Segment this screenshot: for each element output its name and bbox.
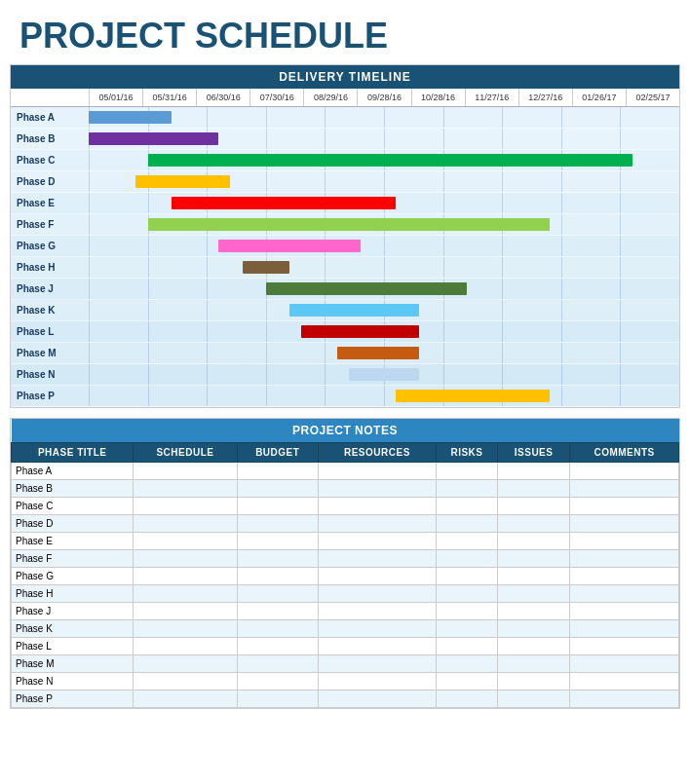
data-cell[interactable] xyxy=(318,638,436,655)
data-cell[interactable] xyxy=(134,568,237,585)
data-cell[interactable] xyxy=(436,585,497,603)
date-label: 01/26/17 xyxy=(572,89,626,106)
phase-title-cell: Phase G xyxy=(12,568,134,585)
data-cell[interactable] xyxy=(436,480,497,498)
data-cell[interactable] xyxy=(498,673,570,691)
data-cell[interactable] xyxy=(134,533,237,550)
col-header: PHASE TITLE xyxy=(12,443,134,463)
data-cell[interactable] xyxy=(570,480,679,498)
data-cell[interactable] xyxy=(237,638,318,655)
data-cell[interactable] xyxy=(570,498,679,515)
data-cell[interactable] xyxy=(498,568,570,585)
data-cell[interactable] xyxy=(318,585,436,603)
data-cell[interactable] xyxy=(570,638,679,655)
data-cell[interactable] xyxy=(237,480,318,498)
col-header: BUDGET xyxy=(237,443,318,463)
data-cell[interactable] xyxy=(436,655,497,673)
data-cell[interactable] xyxy=(318,568,436,585)
data-cell[interactable] xyxy=(570,463,679,480)
data-cell[interactable] xyxy=(436,533,497,550)
data-cell[interactable] xyxy=(436,603,497,620)
data-cell[interactable] xyxy=(570,550,679,568)
data-cell[interactable] xyxy=(134,550,237,568)
phase-label: Phase H xyxy=(11,262,89,273)
data-cell[interactable] xyxy=(436,498,497,515)
data-cell[interactable] xyxy=(237,603,318,620)
col-header: RESOURCES xyxy=(318,443,436,463)
data-cell[interactable] xyxy=(237,533,318,550)
data-cell[interactable] xyxy=(436,568,497,585)
grid-line xyxy=(207,343,208,363)
data-cell[interactable] xyxy=(570,603,679,620)
gantt-track xyxy=(89,343,679,363)
data-cell[interactable] xyxy=(237,585,318,603)
data-cell[interactable] xyxy=(237,691,318,708)
data-cell[interactable] xyxy=(436,463,497,480)
data-cell[interactable] xyxy=(498,603,570,620)
data-cell[interactable] xyxy=(134,691,237,708)
data-cell[interactable] xyxy=(570,620,679,638)
data-cell[interactable] xyxy=(318,498,436,515)
data-cell[interactable] xyxy=(498,480,570,498)
data-cell[interactable] xyxy=(436,673,497,691)
data-cell[interactable] xyxy=(570,568,679,585)
data-cell[interactable] xyxy=(570,533,679,550)
data-cell[interactable] xyxy=(436,691,497,708)
data-cell[interactable] xyxy=(436,620,497,638)
data-cell[interactable] xyxy=(498,498,570,515)
data-cell[interactable] xyxy=(237,550,318,568)
grid-line xyxy=(502,129,503,149)
data-cell[interactable] xyxy=(237,463,318,480)
data-cell[interactable] xyxy=(498,620,570,638)
data-cell[interactable] xyxy=(318,550,436,568)
phase-label: Phase A xyxy=(11,112,89,123)
data-cell[interactable] xyxy=(318,655,436,673)
data-cell[interactable] xyxy=(318,533,436,550)
data-cell[interactable] xyxy=(436,515,497,533)
data-cell[interactable] xyxy=(237,673,318,691)
data-cell[interactable] xyxy=(498,515,570,533)
phase-label: Phase N xyxy=(11,369,89,380)
page-title: PROJECT SCHEDULE xyxy=(0,0,690,64)
data-cell[interactable] xyxy=(237,515,318,533)
data-cell[interactable] xyxy=(134,603,237,620)
data-cell[interactable] xyxy=(134,463,237,480)
data-cell[interactable] xyxy=(318,515,436,533)
data-cell[interactable] xyxy=(436,550,497,568)
data-cell[interactable] xyxy=(318,673,436,691)
data-cell[interactable] xyxy=(237,655,318,673)
data-cell[interactable] xyxy=(134,515,237,533)
data-cell[interactable] xyxy=(318,603,436,620)
data-cell[interactable] xyxy=(498,585,570,603)
data-cell[interactable] xyxy=(134,673,237,691)
data-cell[interactable] xyxy=(498,533,570,550)
data-cell[interactable] xyxy=(436,638,497,655)
data-cell[interactable] xyxy=(570,515,679,533)
data-cell[interactable] xyxy=(134,480,237,498)
data-cell[interactable] xyxy=(237,568,318,585)
data-cell[interactable] xyxy=(318,620,436,638)
data-cell[interactable] xyxy=(498,691,570,708)
data-cell[interactable] xyxy=(498,655,570,673)
data-cell[interactable] xyxy=(318,691,436,708)
data-cell[interactable] xyxy=(237,498,318,515)
data-cell[interactable] xyxy=(134,498,237,515)
data-cell[interactable] xyxy=(134,638,237,655)
data-cell[interactable] xyxy=(570,585,679,603)
grid-line xyxy=(502,257,503,278)
data-cell[interactable] xyxy=(318,480,436,498)
data-cell[interactable] xyxy=(498,550,570,568)
data-cell[interactable] xyxy=(134,620,237,638)
data-cell[interactable] xyxy=(134,655,237,673)
data-cell[interactable] xyxy=(570,691,679,708)
phase-label: Phase P xyxy=(11,391,89,401)
data-cell[interactable] xyxy=(237,620,318,638)
data-cell[interactable] xyxy=(570,673,679,691)
data-cell[interactable] xyxy=(498,463,570,480)
data-cell[interactable] xyxy=(318,463,436,480)
data-cell[interactable] xyxy=(134,585,237,603)
data-cell[interactable] xyxy=(570,655,679,673)
data-cell[interactable] xyxy=(498,638,570,655)
grid-line xyxy=(89,150,90,170)
col-header: ISSUES xyxy=(498,443,570,463)
